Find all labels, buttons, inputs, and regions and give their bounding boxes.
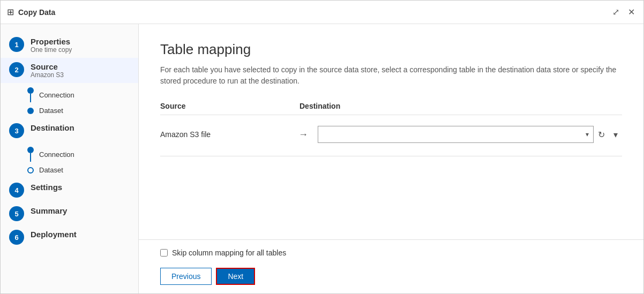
mapping-arrow-icon: →: [295, 129, 311, 140]
step-sublabel-source: Amazon S3: [31, 71, 64, 79]
footer-area: Skip column mapping for all tables Previ…: [139, 239, 643, 293]
sidebar-item-source[interactable]: 2 Source Amazon S3: [1, 58, 138, 83]
destination-dropdown[interactable]: ▾: [318, 126, 594, 143]
source-connection-dot: [27, 87, 34, 94]
step-circle-5: 5: [9, 206, 24, 221]
step-label-source: Source: [31, 62, 64, 71]
step-label-properties: Properties: [31, 37, 72, 46]
step-circle-4: 4: [9, 183, 24, 198]
page-description: For each table you have selected to copy…: [160, 64, 621, 87]
source-dataset-label: Dataset: [39, 107, 63, 115]
source-connection-line: [30, 94, 31, 102]
button-row: Previous Next: [160, 268, 622, 285]
dest-connection-label: Connection: [39, 150, 74, 159]
sidebar-item-deployment[interactable]: 6 Deployment: [1, 225, 138, 249]
source-dataset-dot-container: [26, 108, 35, 114]
mapping-header: Source Destination: [160, 102, 622, 115]
step-text-2: Source Amazon S3: [31, 62, 64, 79]
copy-data-icon: ⊞: [7, 7, 14, 17]
dest-dataset-label: Dataset: [39, 166, 63, 174]
content-scroll: Table mapping For each table you have se…: [139, 24, 643, 239]
source-sub-steps: Connection Dataset: [1, 83, 138, 119]
dest-dataset-dot-container: [26, 167, 35, 174]
mapping-dest-select: ▾ ↻ ▾: [318, 126, 622, 143]
window-title: Copy Data: [18, 8, 55, 17]
step-text-1: Properties One time copy: [31, 37, 72, 54]
sidebar: 1 Properties One time copy 2 Source Amaz…: [1, 24, 139, 293]
close-button[interactable]: ✕: [626, 5, 637, 19]
step-text-3: Destination: [31, 123, 74, 132]
step-circle-3: 3: [9, 123, 24, 138]
destination-sub-steps: Connection Dataset: [1, 142, 138, 178]
step-circle-2: 2: [9, 62, 24, 77]
page-title: Table mapping: [160, 41, 622, 58]
source-connection-label: Connection: [39, 91, 74, 99]
content-area: Table mapping For each table you have se…: [139, 24, 643, 293]
step-text-6: Deployment: [31, 230, 77, 239]
dest-dataset-step[interactable]: Dataset: [18, 164, 138, 176]
dest-connection-dot: [27, 147, 34, 153]
step-circle-6: 6: [9, 230, 24, 245]
sidebar-item-destination[interactable]: 3 Destination: [1, 119, 138, 142]
dest-connection-step[interactable]: Connection: [18, 145, 138, 164]
expand-row-button[interactable]: ▾: [609, 127, 622, 142]
step-sublabel-properties: One time copy: [31, 46, 72, 54]
source-connection-dot-container: [26, 87, 35, 102]
step-label-summary: Summary: [31, 206, 67, 215]
refresh-button[interactable]: ↻: [594, 127, 609, 142]
mapping-row: Amazon S3 file → ▾ ↻ ▾: [160, 122, 622, 147]
step-text-4: Settings: [31, 183, 62, 192]
step-label-deployment: Deployment: [31, 230, 77, 239]
title-bar-controls: ⤢ ✕: [610, 5, 637, 19]
chevron-down-icon: ▾: [586, 131, 589, 138]
dest-connection-line: [30, 153, 31, 162]
main-content: 1 Properties One time copy 2 Source Amaz…: [1, 24, 643, 293]
previous-button[interactable]: Previous: [160, 268, 212, 285]
step-circle-1: 1: [9, 37, 24, 52]
mapping-table: Source Destination Amazon S3 file → ▾ ↻: [160, 102, 622, 147]
copy-data-window: ⊞ Copy Data ⤢ ✕ 1 Properties One time co…: [0, 0, 644, 294]
source-dataset-step[interactable]: Dataset: [18, 104, 138, 117]
mapping-source-label: Amazon S3 file: [160, 130, 289, 139]
sidebar-item-properties[interactable]: 1 Properties One time copy: [1, 33, 138, 58]
next-button[interactable]: Next: [216, 268, 255, 285]
checkbox-row: Skip column mapping for all tables: [160, 248, 622, 257]
skip-column-mapping-label: Skip column mapping for all tables: [172, 248, 286, 257]
step-label-destination: Destination: [31, 123, 74, 132]
expand-button[interactable]: ⤢: [610, 5, 621, 19]
sidebar-item-summary[interactable]: 5 Summary: [1, 202, 138, 225]
separator: [160, 156, 622, 156]
step-label-settings: Settings: [31, 183, 62, 192]
mapping-header-source: Source: [160, 102, 299, 110]
step-text-5: Summary: [31, 206, 67, 215]
source-dataset-dot: [27, 108, 34, 114]
dest-dataset-dot: [27, 167, 34, 174]
dest-connection-dot-container: [26, 147, 35, 162]
title-bar: ⊞ Copy Data ⤢ ✕: [1, 1, 643, 24]
mapping-header-dest: Destination: [299, 102, 622, 110]
source-connection-step[interactable]: Connection: [18, 85, 138, 104]
title-bar-left: ⊞ Copy Data: [7, 7, 55, 17]
skip-column-mapping-checkbox[interactable]: [160, 249, 168, 257]
sidebar-item-settings[interactable]: 4 Settings: [1, 178, 138, 202]
